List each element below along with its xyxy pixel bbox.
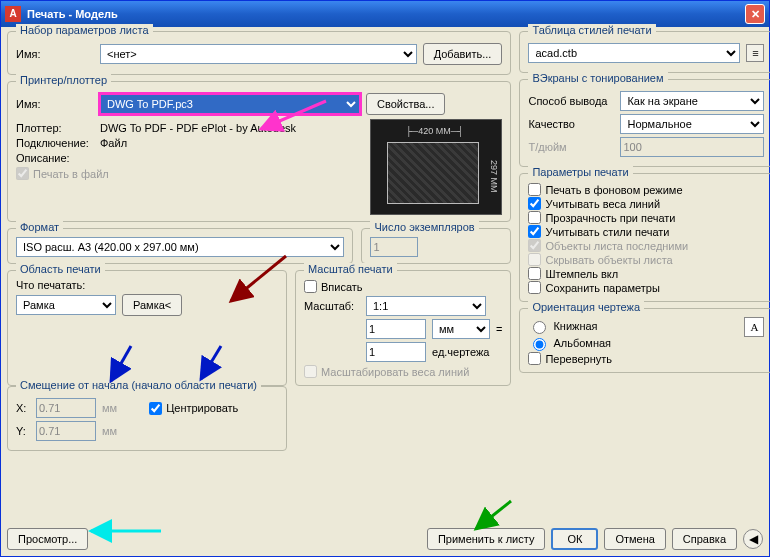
- opt-bg-label: Печать в фоновом режиме: [545, 184, 682, 196]
- paper-preview: ├─420 MM─┤ 297 MM: [370, 119, 502, 215]
- opt-save-label: Сохранить параметры: [545, 282, 659, 294]
- area-legend: Область печати: [16, 263, 105, 275]
- pageset-group: Набор параметров листа Имя: <нет> Добави…: [7, 31, 511, 75]
- viewport-group: ВЭкраны с тонированием Способ выводаКак …: [519, 79, 770, 167]
- conn-label: Подключение:: [16, 137, 94, 149]
- orient-upside-label: Перевернуть: [545, 353, 612, 365]
- expand-button[interactable]: ◀: [743, 529, 763, 549]
- paper-height-label: 297 MM: [489, 160, 499, 193]
- opt-save-checkbox[interactable]: [528, 281, 541, 294]
- conn-value: Файл: [100, 137, 127, 149]
- scale-label: Масштаб:: [304, 300, 360, 312]
- opt-styles-label: Учитывать стили печати: [545, 226, 669, 238]
- paper-width-label: ├─420 MM─┤: [405, 126, 463, 136]
- vp-dpi-input: [620, 137, 764, 157]
- area-window-button[interactable]: Рамка<: [122, 294, 182, 316]
- offset-center-label: Центрировать: [166, 402, 238, 414]
- scale-legend: Масштаб печати: [304, 263, 397, 275]
- print-to-file-checkbox: [16, 167, 29, 180]
- orient-portrait-radio[interactable]: [533, 321, 546, 334]
- opt-bg-checkbox[interactable]: [528, 183, 541, 196]
- vp-output-label: Способ вывода: [528, 95, 614, 107]
- scale-group: Масштаб печати Вписать Масштаб: 1:1 мм =: [295, 270, 511, 386]
- opt-transp-label: Прозрачность при печати: [545, 212, 675, 224]
- opt-stamp-checkbox[interactable]: [528, 267, 541, 280]
- print-to-file-label: Печать в файл: [33, 168, 109, 180]
- offset-center-checkbox[interactable]: [149, 402, 162, 415]
- format-select[interactable]: ISO расш. A3 (420.00 x 297.00 мм): [16, 237, 344, 257]
- scale-lw-checkbox: [304, 365, 317, 378]
- offset-x-unit: мм: [102, 402, 117, 414]
- scale-fit-label: Вписать: [321, 281, 363, 293]
- copies-input: [370, 237, 418, 257]
- offset-group: Смещение от начала (начало области печат…: [7, 386, 287, 451]
- close-button[interactable]: ✕: [745, 4, 765, 24]
- pageset-name-select[interactable]: <нет>: [100, 44, 417, 64]
- viewport-legend: ВЭкраны с тонированием: [528, 72, 667, 84]
- help-button[interactable]: Справка: [672, 528, 737, 550]
- orient-landscape-radio[interactable]: [533, 338, 546, 351]
- area-group: Область печати Что печатать: Рамка Рамка…: [7, 270, 287, 386]
- pageset-legend: Набор параметров листа: [16, 24, 153, 36]
- options-group: Параметры печати Печать в фоновом режиме…: [519, 173, 770, 302]
- options-legend: Параметры печати: [528, 166, 632, 178]
- scale-fit-checkbox[interactable]: [304, 280, 317, 293]
- opt-lw-checkbox[interactable]: [528, 197, 541, 210]
- scale-num-input[interactable]: [366, 319, 426, 339]
- offset-x-label: X:: [16, 402, 30, 414]
- preview-button[interactable]: Просмотр...: [7, 528, 88, 550]
- opt-transp-checkbox[interactable]: [528, 211, 541, 224]
- plotter-value: DWG To PDF - PDF ePlot - by Autodesk: [100, 122, 296, 134]
- app-icon: A: [5, 6, 21, 22]
- opt-last-checkbox: [528, 239, 541, 252]
- cancel-button[interactable]: Отмена: [604, 528, 665, 550]
- styles-edit-icon[interactable]: ≡: [746, 44, 764, 62]
- printer-name-select[interactable]: DWG To PDF.pc3: [100, 94, 360, 114]
- offset-y-label: Y:: [16, 425, 30, 437]
- copies-legend: Число экземпляров: [370, 221, 478, 233]
- vp-output-select[interactable]: Как на экране: [620, 91, 764, 111]
- copies-group: Число экземпляров: [361, 228, 511, 264]
- offset-y-unit: мм: [102, 425, 117, 437]
- format-legend: Формат: [16, 221, 63, 233]
- orient-preview-icon: A: [744, 317, 764, 337]
- opt-stamp-label: Штемпель вкл: [545, 268, 618, 280]
- orient-group: Ориентация чертежа Книжная Альбомная Пер…: [519, 308, 770, 373]
- pageset-add-button[interactable]: Добавить...: [423, 43, 503, 65]
- scale-select[interactable]: 1:1: [366, 296, 486, 316]
- desc-label: Описание:: [16, 152, 94, 164]
- scale-lw-label: Масштабировать веса линий: [321, 366, 469, 378]
- opt-last-label: Объекты листа последними: [545, 240, 688, 252]
- orient-upside-checkbox[interactable]: [528, 352, 541, 365]
- styles-group: Таблица стилей печати acad.ctb ≡: [519, 31, 770, 73]
- offset-legend: Смещение от начала (начало области печат…: [16, 379, 261, 391]
- opt-lw-label: Учитывать веса линий: [545, 198, 660, 210]
- orient-legend: Ориентация чертежа: [528, 301, 644, 313]
- format-group: Формат ISO расш. A3 (420.00 x 297.00 мм): [7, 228, 353, 264]
- plotter-label: Плоттер:: [16, 122, 94, 134]
- ok-button[interactable]: ОК: [551, 528, 598, 550]
- scale-den-unit: ед.чертежа: [432, 346, 489, 358]
- window-title: Печать - Модель: [27, 8, 745, 20]
- scale-num-unit[interactable]: мм: [432, 319, 490, 339]
- offset-y-input: [36, 421, 96, 441]
- styles-select[interactable]: acad.ctb: [528, 43, 740, 63]
- offset-x-input: [36, 398, 96, 418]
- scale-eq: =: [496, 323, 502, 335]
- styles-legend: Таблица стилей печати: [528, 24, 655, 36]
- printer-legend: Принтер/плоттер: [16, 74, 111, 86]
- vp-quality-select[interactable]: Нормальное: [620, 114, 764, 134]
- orient-landscape-label: Альбомная: [553, 337, 611, 349]
- opt-hide-checkbox: [528, 253, 541, 266]
- printer-name-label: Имя:: [16, 98, 94, 110]
- area-select[interactable]: Рамка: [16, 295, 116, 315]
- apply-button[interactable]: Применить к листу: [427, 528, 546, 550]
- vp-quality-label: Качество: [528, 118, 614, 130]
- opt-styles-checkbox[interactable]: [528, 225, 541, 238]
- scale-den-input[interactable]: [366, 342, 426, 362]
- vp-dpi-label: Т/дюйм: [528, 141, 614, 153]
- area-what-label: Что печатать:: [16, 279, 278, 291]
- printer-props-button[interactable]: Свойства...: [366, 93, 445, 115]
- orient-portrait-label: Книжная: [553, 320, 597, 332]
- pageset-name-label: Имя:: [16, 48, 94, 60]
